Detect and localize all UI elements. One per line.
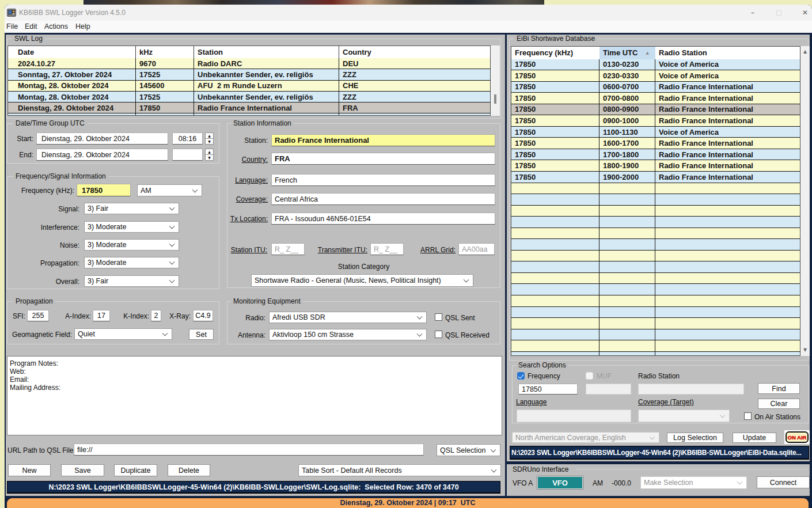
coverage-input[interactable]: Central Africa: [271, 193, 495, 205]
column-header-frequency-khz-[interactable]: Frequency (kHz): [511, 47, 599, 59]
end-time-input[interactable]: [172, 149, 203, 161]
table-row[interactable]: [511, 329, 800, 341]
x-ray-input[interactable]: C4.9: [193, 310, 213, 321]
vfo-button[interactable]: VFO: [537, 476, 583, 489]
arrl-grid-input[interactable]: AA00aa: [458, 243, 495, 255]
menu-file[interactable]: File: [6, 22, 18, 31]
start-time-spinner[interactable]: ▲ ▼: [205, 132, 214, 145]
program-notes-textarea[interactable]: Program Notes: Web: Email: Mailing Addre…: [7, 356, 502, 435]
table-row[interactable]: 178500700-0800Radio France International: [511, 93, 800, 104]
table-row[interactable]: [8, 113, 490, 116]
frequency-input[interactable]: 17850: [77, 184, 131, 196]
menu-help[interactable]: Help: [75, 22, 90, 31]
eibi-scrollbar[interactable]: ▲ ▼: [800, 46, 810, 356]
log-selection-button[interactable]: Log Selection: [667, 433, 723, 443]
new-button[interactable]: New: [8, 464, 51, 476]
search-muf-input[interactable]: [586, 384, 631, 395]
table-row[interactable]: 178500230-0330Voice of America: [511, 70, 800, 82]
table-sort-select[interactable]: Table Sort - Default All Records: [298, 464, 501, 476]
table-row[interactable]: 178501100-1130Voice of America: [511, 127, 800, 138]
table-row[interactable]: 178500900-1000Radio France International: [511, 115, 800, 127]
table-row[interactable]: [511, 194, 800, 206]
column-header-country[interactable]: Country: [339, 46, 491, 58]
close-button[interactable]: ✕: [796, 6, 812, 20]
qsl-received-checkbox[interactable]: [435, 331, 442, 338]
tx-location-input[interactable]: FRA - Issoudun 46N56-01E54: [271, 213, 495, 225]
language-input[interactable]: French: [271, 174, 495, 186]
search-coverage-select[interactable]: [638, 410, 730, 422]
table-row[interactable]: [511, 295, 800, 307]
table-row[interactable]: [511, 251, 800, 262]
save-button[interactable]: Save: [61, 464, 104, 476]
find-button[interactable]: Find: [758, 383, 800, 394]
coverage-preset-select[interactable]: North American Coverage, English: [512, 432, 659, 443]
menu-edit[interactable]: Edit: [25, 22, 37, 31]
end-time-up-icon[interactable]: ▲: [205, 149, 214, 155]
table-row[interactable]: [511, 284, 800, 295]
end-time-down-icon[interactable]: ▼: [205, 155, 214, 161]
swl-log-table[interactable]: DatekHzStationCountry2024.10.279670Radio…: [7, 46, 491, 116]
table-row[interactable]: [511, 352, 800, 356]
table-row[interactable]: [511, 307, 800, 319]
column-header-radio-station[interactable]: Radio Station: [655, 47, 800, 59]
column-header-time-utc[interactable]: Time UTC▲: [599, 47, 655, 59]
noise-select[interactable]: 3) Moderate: [84, 239, 179, 251]
clear-button[interactable]: Clear: [758, 399, 800, 409]
column-header-station[interactable]: Station: [194, 46, 339, 58]
qsl-sent-checkbox[interactable]: [435, 313, 442, 321]
menu-actions[interactable]: Actions: [44, 22, 68, 31]
antenna-select[interactable]: Aktivloop 150 cm Strasse: [269, 329, 427, 340]
table-row[interactable]: [511, 340, 800, 352]
mode-select[interactable]: AM: [137, 184, 202, 196]
end-time-spinner[interactable]: ▲ ▼: [205, 149, 214, 161]
column-header-date[interactable]: Date: [8, 46, 136, 58]
interference-select[interactable]: 3) Moderate: [84, 221, 179, 233]
qsl-selection-select[interactable]: QSL Selection: [437, 444, 500, 456]
end-date-input[interactable]: Dienstag, 29. Oktober 2024: [36, 149, 168, 161]
table-row[interactable]: Dienstag, 29. Oktober 202417850Radio Fra…: [8, 103, 490, 113]
table-row[interactable]: 178500800-0900Radio France International: [511, 104, 800, 116]
sfi-input[interactable]: 255: [27, 310, 49, 321]
table-row[interactable]: [511, 261, 800, 273]
geomagnetic-select[interactable]: Quiet: [74, 328, 172, 340]
country-input[interactable]: FRA: [271, 153, 495, 165]
search-frequency-input[interactable]: 17850: [518, 384, 578, 395]
table-row[interactable]: [511, 217, 800, 228]
signal-select[interactable]: 3) Fair: [84, 203, 179, 214]
start-date-input[interactable]: Dienstag, 29. Oktober 2024: [36, 132, 168, 145]
table-row[interactable]: 178500600-0700Radio France International: [511, 82, 800, 93]
eibi-table[interactable]: Frequency (kHz)Time UTC▲Radio Station178…: [511, 46, 800, 356]
propagation-select[interactable]: 3) Moderate: [84, 257, 179, 268]
table-row[interactable]: 178501600-1700Radio France International: [511, 138, 800, 149]
sdruno-selection-select[interactable]: Make Selection: [640, 476, 747, 489]
table-row[interactable]: 178501700-1800Radio France International: [511, 149, 800, 161]
station-itu-input[interactable]: R_ Z__: [271, 243, 305, 255]
table-row[interactable]: 178501800-1900Radio France International: [511, 160, 800, 172]
table-row[interactable]: [511, 228, 800, 240]
url-path-input[interactable]: file://: [74, 443, 424, 456]
on-air-stations-checkbox[interactable]: [744, 412, 752, 420]
eibi-scroll-up-icon[interactable]: ▲: [800, 48, 810, 56]
set-button[interactable]: Set: [189, 329, 214, 340]
table-row[interactable]: Montag, 28. Oktober 2024145600AFU 2 m Ru…: [8, 81, 490, 92]
radio-select[interactable]: Afredi USB SDR: [269, 312, 427, 323]
search-muf-checkbox[interactable]: [586, 372, 593, 380]
k-index-input[interactable]: 2: [151, 310, 161, 321]
column-header-khz[interactable]: kHz: [136, 46, 194, 58]
start-time-up-icon[interactable]: ▲: [205, 132, 214, 139]
eibi-scroll-down-icon[interactable]: ▼: [800, 346, 810, 354]
table-row[interactable]: Sonntag, 27. Oktober 202417525Unbekannte…: [8, 69, 490, 80]
start-time-input[interactable]: 08:16: [172, 132, 203, 145]
swl-log-scrollbar-thumb[interactable]: [494, 94, 496, 104]
search-language-input[interactable]: [517, 410, 631, 422]
transmitter-itu-input[interactable]: R_ Z__: [370, 243, 404, 255]
duplicate-button[interactable]: Duplicate: [114, 464, 157, 476]
search-frequency-checkbox[interactable]: [517, 372, 525, 380]
table-row[interactable]: 2024.10.279670Radio DARCDEU: [8, 58, 490, 69]
overall-select[interactable]: 3) Fair: [84, 275, 179, 287]
table-row[interactable]: 178501900-2000Radio France International: [511, 172, 800, 183]
table-row[interactable]: [511, 318, 800, 329]
station-input[interactable]: Radio France International: [271, 134, 495, 146]
start-time-down-icon[interactable]: ▼: [205, 139, 214, 145]
table-row[interactable]: [511, 206, 800, 217]
